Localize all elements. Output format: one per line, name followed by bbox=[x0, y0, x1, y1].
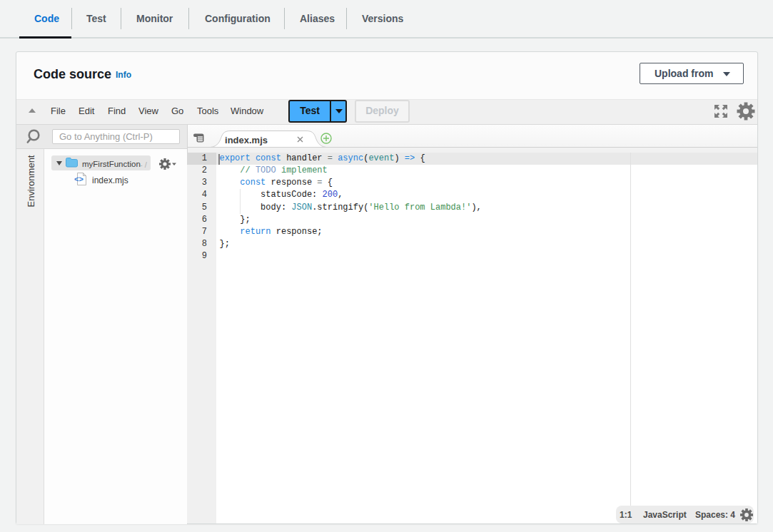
svg-text:<>: <> bbox=[74, 175, 84, 183]
